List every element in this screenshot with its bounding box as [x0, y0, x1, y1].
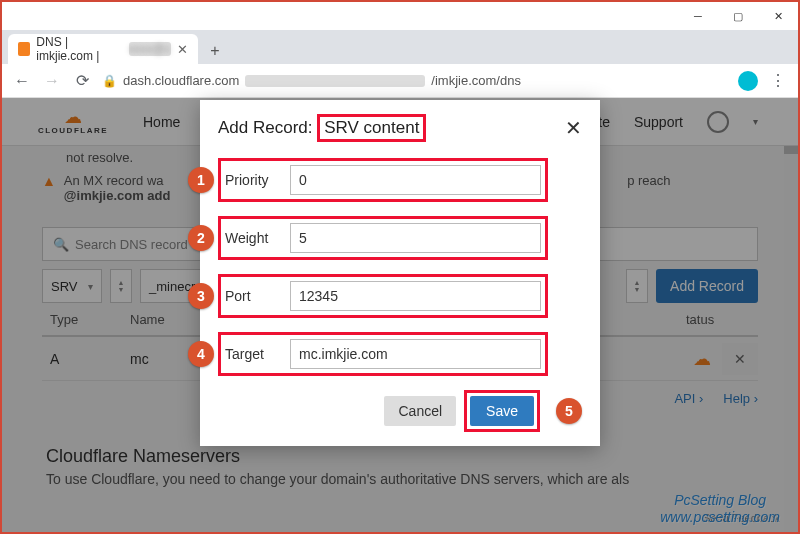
step-badge: 3: [188, 283, 214, 309]
window-close[interactable]: ✕: [758, 2, 798, 30]
step-badge: 2: [188, 225, 214, 251]
priority-input[interactable]: [290, 165, 541, 195]
url-suffix: /imkjie.com/dns: [431, 73, 521, 88]
tab-close-icon[interactable]: ✕: [177, 42, 188, 57]
url-host: dash.cloudflare.com: [123, 73, 239, 88]
forward-button[interactable]: →: [42, 72, 62, 90]
browser-tab[interactable]: DNS | imkjie.com | xxxx@c ✕: [8, 34, 198, 64]
window-minimize[interactable]: ─: [678, 2, 718, 30]
window-titlebar: ─ ▢ ✕: [2, 2, 798, 30]
save-highlight-box: Save: [464, 390, 540, 432]
weight-input[interactable]: [290, 223, 541, 253]
reload-button[interactable]: ⟳: [72, 71, 92, 90]
lock-icon: 🔒: [102, 74, 117, 88]
tab-title-blurred: xxxx@c: [129, 42, 171, 56]
port-input[interactable]: [290, 281, 541, 311]
address-bar[interactable]: 🔒 dash.cloudflare.com /imkjie.com/dns: [102, 73, 728, 88]
browser-tab-strip: DNS | imkjie.com | xxxx@c ✕ +: [2, 30, 798, 64]
modal-title: Add Record: SRV content: [218, 114, 426, 142]
port-label: Port: [225, 288, 280, 304]
new-tab-button[interactable]: +: [202, 38, 228, 64]
window-maximize[interactable]: ▢: [718, 2, 758, 30]
target-input[interactable]: [290, 339, 541, 369]
tab-title: DNS | imkjie.com |: [36, 35, 122, 63]
browser-toolbar: ← → ⟳ 🔒 dash.cloudflare.com /imkjie.com/…: [2, 64, 798, 98]
title-highlight: SRV content: [317, 114, 426, 142]
save-button[interactable]: Save: [470, 396, 534, 426]
weight-label: Weight: [225, 230, 280, 246]
back-button[interactable]: ←: [12, 72, 32, 90]
browser-menu-icon[interactable]: ⋮: [768, 71, 788, 90]
add-record-modal: Add Record: SRV content ✕ 1 Priority 2 W…: [200, 100, 600, 446]
step-badge: 5: [556, 398, 582, 424]
target-label: Target: [225, 346, 280, 362]
cloudflare-favicon: [18, 42, 30, 56]
priority-label: Priority: [225, 172, 280, 188]
modal-close-button[interactable]: ✕: [565, 116, 582, 140]
cancel-button[interactable]: Cancel: [384, 396, 456, 426]
url-blurred: [245, 75, 425, 87]
step-badge: 1: [188, 167, 214, 193]
step-badge: 4: [188, 341, 214, 367]
extension-icon[interactable]: [738, 71, 758, 91]
